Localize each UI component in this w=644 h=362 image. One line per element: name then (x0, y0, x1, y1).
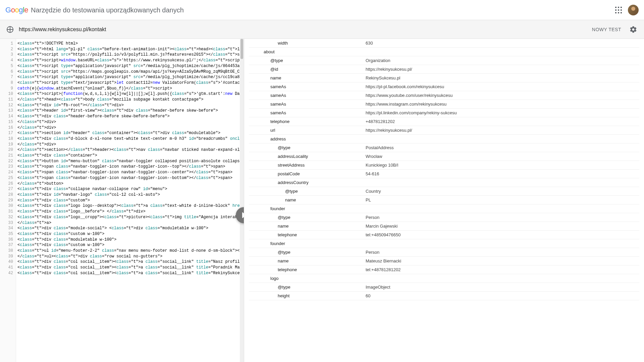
result-key: @type (249, 213, 363, 222)
result-row[interactable]: founder (249, 204, 639, 213)
result-value: Organization (363, 56, 639, 65)
result-row[interactable]: postalCode54-616 (249, 170, 639, 178)
result-key: name (249, 196, 363, 204)
result-key: founder (249, 239, 363, 248)
result-value: 60 (363, 292, 639, 300)
result-value (363, 48, 639, 56)
result-key: height (249, 292, 363, 300)
result-value: Marcin Gajewski (363, 222, 639, 231)
result-key: about (249, 48, 363, 56)
result-value: 630 (363, 39, 639, 48)
result-value: Person (363, 248, 639, 257)
result-row[interactable]: addressLocalityWrocław (249, 152, 639, 161)
code-scrollbar[interactable] (240, 39, 244, 362)
apps-icon[interactable] (614, 6, 623, 14)
logo-and-title: Google Narzędzie do testowania uporządko… (5, 6, 184, 14)
result-row[interactable]: @typeOrganization (249, 56, 639, 65)
result-value: Mateusz Biernacki (363, 257, 639, 265)
results-panel: width630about@typeOrganization@idhttps:/… (244, 39, 644, 362)
result-row[interactable]: @typePostalAddress (249, 143, 639, 152)
result-row[interactable]: @typeImageObject (249, 283, 639, 292)
app-header: Google Narzędzie do testowania uporządko… (0, 0, 644, 20)
result-row[interactable]: @typePerson (249, 213, 639, 222)
tool-title: Narzędzie do testowania uporządkowanych … (31, 6, 184, 14)
gear-icon[interactable] (629, 25, 637, 34)
result-value: PostalAddress (363, 143, 639, 152)
result-row[interactable]: namePL (249, 196, 639, 204)
result-key: sameAs (249, 109, 363, 117)
result-row[interactable]: sameAshttps://pl-pl.facebook.com/rekinys… (249, 82, 639, 91)
result-value: https://pl.linkedin.com/company/rekiny-s… (363, 109, 639, 117)
result-row[interactable]: founder (249, 239, 639, 248)
result-value: https://rekinysukcesu.pl/ (363, 126, 639, 135)
result-key: name (249, 257, 363, 265)
scrollbar-thumb[interactable] (240, 39, 243, 59)
result-row[interactable]: address (249, 135, 639, 143)
result-row[interactable]: @idhttps://rekinysukcesu.pl/ (249, 65, 639, 74)
result-key: logo (249, 274, 363, 283)
result-row[interactable]: width630 (249, 39, 639, 48)
line-number-gutter: 1234567891011121314151617181920212223242… (0, 39, 16, 362)
result-row[interactable]: height60 (249, 292, 639, 300)
source-code[interactable]: <class="t">!DOCTYPE html> <class="t">htm… (16, 39, 244, 362)
result-row[interactable]: @typeCountry (249, 187, 639, 196)
result-row[interactable]: nameMateusz Biernacki (249, 257, 639, 265)
result-key: name (249, 74, 363, 82)
url-bar: https://www.rekinysukcesu.pl/kontakt NOW… (0, 20, 644, 39)
result-row[interactable]: addressCountry (249, 178, 639, 187)
main-content: 1234567891011121314151617181920212223242… (0, 39, 644, 362)
result-key: addressCountry (249, 178, 363, 187)
result-value: Kunickiego 10B/I (363, 161, 639, 170)
result-key: postalCode (249, 170, 363, 178)
result-row[interactable]: nameRekinySukcesu.pl (249, 74, 639, 82)
result-row[interactable]: about (249, 48, 639, 56)
result-row[interactable]: urlhttps://rekinysukcesu.pl/ (249, 126, 639, 135)
result-value (363, 204, 639, 213)
new-test-button[interactable]: NOWY TEST (592, 27, 621, 32)
result-row[interactable]: @typePerson (249, 248, 639, 257)
user-avatar[interactable] (628, 5, 639, 15)
globe-icon (7, 26, 13, 33)
result-value: https://www.youtube.com/user/rekinysukce… (363, 91, 639, 100)
result-key: telephone (249, 117, 363, 126)
google-logo: Google (5, 6, 28, 14)
result-value: https://pl-pl.facebook.com/rekinysukcesu (363, 82, 639, 91)
result-value: Wrocław (363, 152, 639, 161)
source-code-panel: 1234567891011121314151617181920212223242… (0, 39, 244, 362)
result-value: +48781281202 (363, 117, 639, 126)
result-key: @type (249, 143, 363, 152)
result-row[interactable]: nameMarcin Gajewski (249, 222, 639, 231)
result-key: streetAddress (249, 161, 363, 170)
result-value: ImageObject (363, 283, 639, 292)
header-actions (614, 5, 639, 15)
result-key: address (249, 135, 363, 143)
result-row[interactable]: telephonetel:+48509476650 (249, 231, 639, 239)
result-key: width (249, 39, 363, 48)
result-value: tel:+48781281202 (363, 265, 639, 274)
result-key: @type (249, 248, 363, 257)
result-key: @id (249, 65, 363, 74)
result-row[interactable]: sameAshttps://www.instagram.com/rekinysu… (249, 100, 639, 109)
result-key: telephone (249, 231, 363, 239)
result-row[interactable]: sameAshttps://pl.linkedin.com/company/re… (249, 109, 639, 117)
result-row[interactable]: telephonetel:+48781281202 (249, 265, 639, 274)
result-key: url (249, 126, 363, 135)
structured-data-table: width630about@typeOrganization@idhttps:/… (249, 39, 639, 300)
result-row[interactable]: sameAshttps://www.youtube.com/user/rekin… (249, 91, 639, 100)
result-key: name (249, 222, 363, 231)
tested-url: https://www.rekinysukcesu.pl/kontakt (19, 26, 592, 33)
result-key: sameAs (249, 82, 363, 91)
result-value: RekinySukcesu.pl (363, 74, 639, 82)
result-key: @type (249, 187, 363, 196)
result-value (363, 274, 639, 283)
result-row[interactable]: streetAddressKunickiego 10B/I (249, 161, 639, 170)
result-key: sameAs (249, 91, 363, 100)
result-value: Person (363, 213, 639, 222)
result-value: https://www.instagram.com/rekinysukcesu (363, 100, 639, 109)
result-value: Country (363, 187, 639, 196)
result-row[interactable]: telephone+48781281202 (249, 117, 639, 126)
result-value: PL (363, 196, 639, 204)
result-value (363, 178, 639, 187)
result-row[interactable]: logo (249, 274, 639, 283)
result-value: 54-616 (363, 170, 639, 178)
